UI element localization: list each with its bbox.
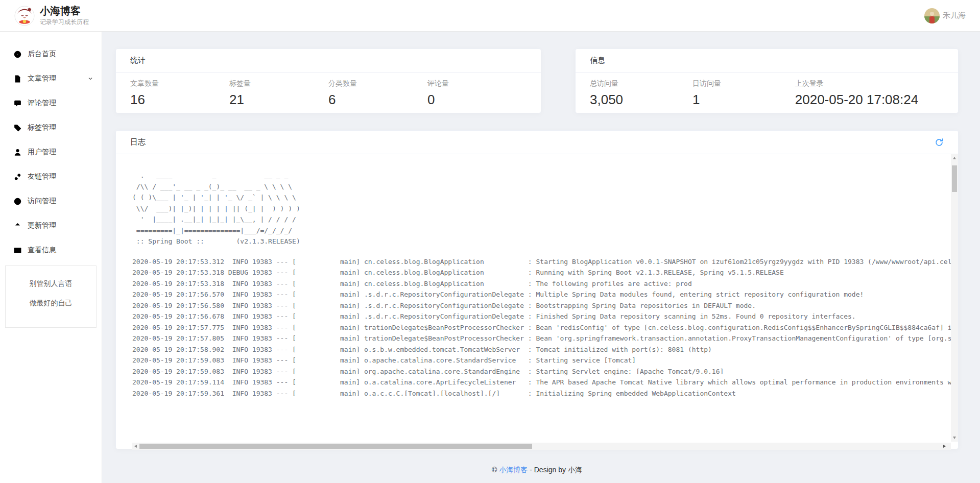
scroll-down-arrow[interactable]: [953, 437, 956, 439]
sidebar-item-tags[interactable]: 标签管理: [0, 115, 102, 140]
dashboard-icon: [13, 50, 22, 59]
sidebar-item-comments[interactable]: 评论管理: [0, 91, 102, 115]
horizontal-scroll-thumb[interactable]: [139, 444, 532, 449]
compass-icon: [13, 197, 22, 206]
sidebar-item-label: 查看信息: [28, 246, 93, 255]
vertical-scrollbar[interactable]: [951, 154, 958, 442]
quote-line-1: 别管别人言语: [9, 279, 93, 288]
sidebar-item-label: 访问管理: [28, 197, 93, 206]
document-icon: [13, 75, 22, 83]
sidebar-item-label: 更新管理: [28, 221, 93, 230]
stats-card-title: 统计: [130, 56, 146, 65]
refresh-icon[interactable]: [935, 138, 944, 147]
sidebar-item-label: 用户管理: [28, 148, 93, 157]
stat-total-visits: 总访问量 3,050: [590, 79, 692, 108]
sidebar-item-label: 文章管理: [28, 74, 87, 83]
sidebar-item-dashboard[interactable]: 后台首页: [0, 42, 102, 66]
sidebar-quote: 别管别人言语 做最好的自己: [5, 265, 97, 328]
stat-articles: 文章数量 16: [130, 79, 229, 108]
arrow-up-icon: [13, 222, 22, 230]
user-menu[interactable]: 禾几海: [924, 8, 966, 23]
spring-boot-banner: . ____ _ __ _ _ /\\ / ___'_ __ _ _(_)_ _…: [132, 170, 951, 247]
comment-icon: [13, 99, 22, 108]
stat-categories: 分类数量 6: [328, 79, 427, 108]
stat-daily-visits: 日访问量 1: [692, 79, 795, 108]
top-header: 小海博客 记录学习成长历程 禾几海: [0, 0, 980, 32]
sidebar-item-links[interactable]: 友链管理: [0, 164, 102, 189]
info-card-title: 信息: [590, 56, 605, 65]
info-card: 信息 总访问量 3,050 日访问量 1 上次登录 2020-05-20 17:…: [575, 49, 959, 113]
main-content: 统计 文章数量 16 标签量 21 分类数量 6 评论量 0: [102, 32, 980, 483]
chevron-down-icon[interactable]: [87, 76, 93, 82]
sidebar-item-label: 标签管理: [28, 123, 93, 132]
blog-logo: [14, 6, 35, 26]
sidebar-item-label: 友链管理: [28, 172, 93, 181]
app-subtitle: 记录学习成长历程: [40, 18, 89, 27]
stat-last-login: 上次登录 2020-05-20 17:08:24: [795, 79, 944, 108]
link-icon: [13, 173, 22, 181]
brand: 小海博客 记录学习成长历程: [14, 5, 89, 27]
footer-prefix: ©: [492, 466, 499, 474]
stat-comments: 评论量 0: [427, 79, 527, 108]
log-viewport[interactable]: . ____ _ __ _ _ /\\ / ___'_ __ _ _(_)_ _…: [116, 154, 951, 442]
sidebar: 后台首页 文章管理 评论管理 标签管理 用户管理: [0, 32, 102, 483]
horizontal-scrollbar[interactable]: [132, 443, 951, 450]
quote-line-2: 做最好的自己: [9, 299, 93, 308]
vertical-scroll-thumb[interactable]: [952, 165, 957, 192]
user-avatar[interactable]: [924, 8, 940, 23]
footer-blog-link[interactable]: 小海博客: [499, 466, 528, 474]
scroll-left-arrow[interactable]: [134, 445, 137, 448]
stat-tags: 标签量 21: [229, 79, 328, 108]
sidebar-item-users[interactable]: 用户管理: [0, 140, 102, 164]
app-title: 小海博客: [40, 5, 89, 17]
log-card-title: 日志: [130, 137, 146, 147]
scroll-up-arrow[interactable]: [953, 157, 956, 159]
sidebar-item-articles[interactable]: 文章管理: [0, 66, 102, 91]
sidebar-item-view-info[interactable]: 查看信息: [0, 238, 102, 262]
user-icon: [13, 148, 22, 157]
log-card: 日志 . ____ _ __ _ _ /\\ / ___'_ __ _ _(_)…: [115, 130, 959, 449]
sidebar-item-label: 评论管理: [28, 99, 93, 108]
footer-suffix: - Design by 小海: [528, 466, 582, 474]
tag-icon: [13, 124, 22, 132]
stats-card: 统计 文章数量 16 标签量 21 分类数量 6 评论量 0: [115, 49, 541, 113]
sidebar-item-updates[interactable]: 更新管理: [0, 213, 102, 238]
id-card-icon: [13, 246, 22, 255]
sidebar-item-label: 后台首页: [28, 50, 93, 59]
footer: © 小海博客 - Design by 小海: [115, 449, 959, 475]
username[interactable]: 禾几海: [943, 11, 966, 20]
scroll-right-arrow[interactable]: [943, 445, 946, 448]
log-lines: 2020-05-19 20:17:53.312 INFO 19383 --- […: [132, 256, 951, 399]
sidebar-item-visits[interactable]: 访问管理: [0, 189, 102, 213]
